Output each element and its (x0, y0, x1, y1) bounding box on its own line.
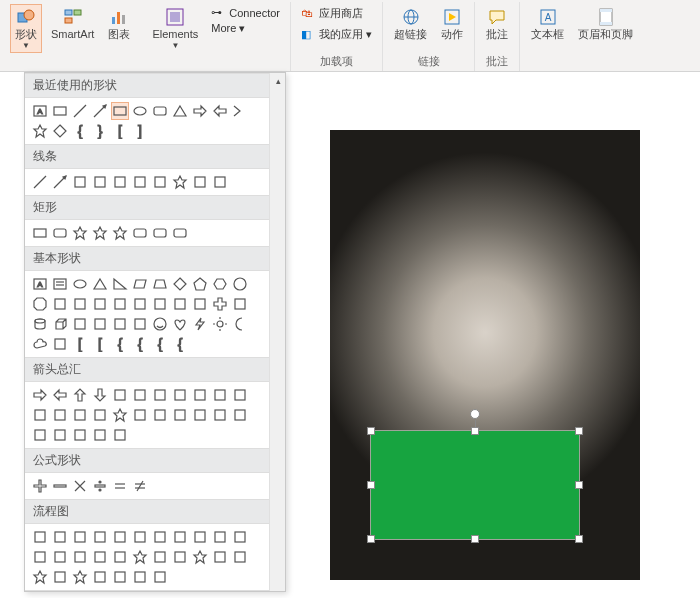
shape-sun[interactable] (211, 315, 229, 333)
shape-oct[interactable] (31, 295, 49, 313)
shape-lcall[interactable] (31, 426, 49, 444)
textbox-button[interactable]: A 文本框 (526, 4, 569, 43)
shape-bevel[interactable] (71, 315, 89, 333)
shape-lbrack2[interactable]: [ (71, 335, 89, 353)
shape-chev2[interactable] (171, 406, 189, 424)
shape-round3[interactable] (171, 224, 189, 242)
elements-button[interactable]: Elements ▼ (147, 4, 203, 53)
shape-tri[interactable] (91, 275, 109, 293)
shape-rbrace3[interactable]: { (171, 335, 189, 353)
resize-handle[interactable] (471, 427, 479, 435)
shape-mag[interactable] (91, 568, 109, 586)
scrollbar[interactable]: ▴ (269, 73, 285, 591)
shape-right[interactable] (31, 386, 49, 404)
shape-para[interactable] (131, 275, 149, 293)
shape-cud[interactable] (91, 406, 109, 424)
resize-handle[interactable] (367, 427, 375, 435)
shape-left[interactable] (51, 386, 69, 404)
shape-rrect[interactable] (51, 224, 69, 242)
shape-ud[interactable] (131, 386, 149, 404)
shape-elbow[interactable] (71, 173, 89, 191)
shape-manin[interactable] (31, 548, 49, 566)
more-button[interactable]: More ▾ (211, 22, 280, 35)
selected-rectangle-shape[interactable] (370, 430, 580, 540)
shape-chord[interactable] (111, 295, 129, 313)
shape-pie[interactable] (211, 173, 229, 191)
shape-moon[interactable] (231, 315, 249, 333)
shape-conn[interactable] (51, 548, 69, 566)
shape-sum[interactable] (131, 548, 149, 566)
shape-minus2[interactable] (111, 426, 129, 444)
shape-lr[interactable] (111, 386, 129, 404)
shape-plus[interactable] (31, 477, 49, 495)
shape-qcall[interactable] (51, 426, 69, 444)
shape-card[interactable] (91, 548, 109, 566)
shape-cul[interactable] (71, 406, 89, 424)
shape-elbow2[interactable] (91, 173, 109, 191)
shape-delay[interactable] (51, 568, 69, 586)
shape-arrR[interactable] (191, 102, 209, 120)
shape-dec[interactable] (71, 528, 89, 546)
shape-fold[interactable] (131, 315, 149, 333)
shape-snip2[interactable] (91, 224, 109, 242)
shape-bup[interactable] (31, 406, 49, 424)
shape-rbrace2[interactable]: { (131, 335, 149, 353)
shape-rrect[interactable] (151, 102, 169, 120)
shape-intern[interactable] (131, 528, 149, 546)
shape-bolt[interactable] (191, 315, 209, 333)
shape-neq[interactable] (131, 477, 149, 495)
shape-rect[interactable] (31, 224, 49, 242)
shape-ext[interactable] (211, 548, 229, 566)
shape-up[interactable] (71, 386, 89, 404)
shape-term[interactable] (191, 528, 209, 546)
store-button[interactable]: 🛍应用商店 (301, 6, 372, 21)
shape-cube[interactable] (51, 315, 69, 333)
shape-ucall[interactable] (231, 406, 249, 424)
shape-disk[interactable] (111, 568, 129, 586)
shape-rtri[interactable] (111, 275, 129, 293)
shape-coll[interactable] (171, 548, 189, 566)
shape-cloud[interactable] (31, 335, 49, 353)
shape-txtbox2[interactable] (51, 275, 69, 293)
shape-rcall[interactable] (191, 406, 209, 424)
shape-curve[interactable] (111, 173, 129, 191)
shape-tape[interactable] (111, 548, 129, 566)
shape-down[interactable] (91, 386, 109, 404)
shape-stripe[interactable] (111, 406, 129, 424)
shape-scrib[interactable] (171, 173, 189, 191)
shape-free[interactable] (151, 173, 169, 191)
shape-mult[interactable] (71, 477, 89, 495)
shape-proc[interactable] (31, 528, 49, 546)
shape-rect[interactable] (51, 102, 69, 120)
shape-div[interactable] (91, 477, 109, 495)
shape-sort[interactable] (191, 548, 209, 566)
shape-cur[interactable] (51, 406, 69, 424)
shape-pent2[interactable] (151, 406, 169, 424)
shape-uturn[interactable] (211, 386, 229, 404)
action-button[interactable]: 动作 (436, 4, 468, 43)
shape-round1[interactable] (131, 224, 149, 242)
shape-snip3[interactable] (111, 224, 129, 242)
shape-can[interactable] (31, 315, 49, 333)
shape-disp[interactable] (151, 568, 169, 586)
shapes-button[interactable]: 形状 ▼ (10, 4, 42, 53)
shape-man[interactable] (231, 528, 249, 546)
shape-predef[interactable] (111, 528, 129, 546)
shape-dodec[interactable] (71, 295, 89, 313)
shape-smile[interactable] (151, 315, 169, 333)
shape-lbrace3[interactable]: { (151, 335, 169, 353)
shape-trap[interactable] (151, 275, 169, 293)
shape-lbrack[interactable]: [ (111, 122, 129, 140)
shape-lbrace2[interactable]: { (111, 335, 129, 353)
shape-rbrace[interactable]: } (91, 122, 109, 140)
shape-frame[interactable] (151, 295, 169, 313)
shape-donut[interactable] (91, 315, 109, 333)
myapps-button[interactable]: ◧我的应用 ▾ (301, 27, 372, 42)
headerfooter-button[interactable]: 页眉和页脚 (573, 4, 638, 43)
shape-heart[interactable] (171, 315, 189, 333)
shape-hex[interactable] (211, 275, 229, 293)
shape-direct[interactable] (131, 568, 149, 586)
shape-plus2[interactable] (91, 426, 109, 444)
resize-handle[interactable] (575, 481, 583, 489)
shape-snip1[interactable] (71, 224, 89, 242)
